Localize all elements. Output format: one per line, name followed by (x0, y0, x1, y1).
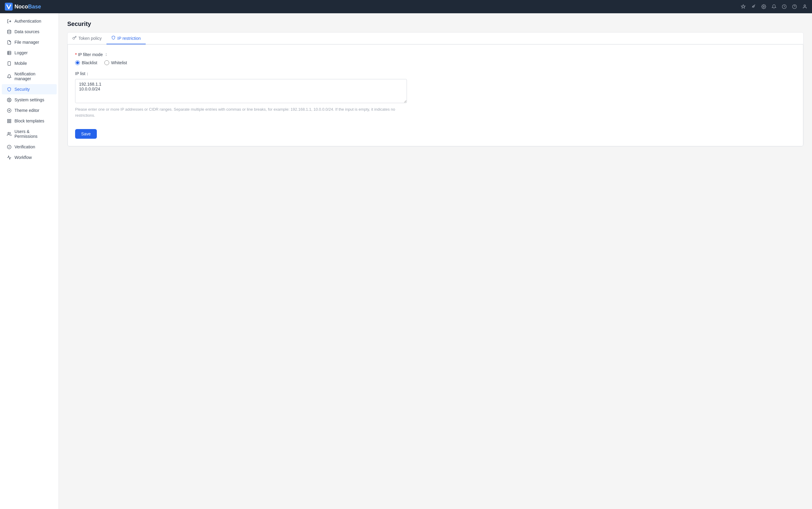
logo-icon (5, 3, 13, 10)
svg-rect-5 (7, 51, 10, 54)
page-title: Security (67, 21, 804, 28)
sidebar-item-block-templates[interactable]: Block templates (2, 116, 57, 126)
rocket-icon[interactable] (751, 4, 756, 9)
ip-list-hint: Please enter one or more IP addresses or… (75, 106, 407, 118)
sidebar-label-data-sources: Data sources (14, 29, 39, 34)
settings-icon[interactable] (761, 4, 766, 9)
tab-token-policy-label: Token policy (78, 36, 102, 41)
notification-icon (7, 74, 11, 79)
svg-point-4 (7, 30, 10, 31)
save-button[interactable]: Save (75, 129, 97, 139)
sidebar-label-logger: Logger (14, 50, 28, 55)
svg-rect-10 (7, 119, 8, 120)
sidebar-item-security[interactable]: Security (2, 84, 57, 94)
sidebar-label-theme-editor: Theme editor (14, 108, 39, 113)
content-area: Security Token policy IP restriction (59, 13, 812, 509)
sidebar-label-system-settings: System settings (14, 97, 44, 102)
help-icon[interactable] (792, 4, 797, 9)
whitelist-label: Whitelist (111, 60, 127, 65)
svg-rect-0 (5, 3, 13, 10)
filter-mode-radio-group: Blacklist Whitelist (75, 60, 796, 65)
data-sources-icon (7, 29, 11, 34)
file-manager-icon (7, 40, 11, 45)
whitelist-radio[interactable] (104, 60, 109, 65)
logo[interactable]: NocoBase (5, 3, 41, 10)
sidebar-label-block-templates: Block templates (14, 118, 44, 123)
sidebar-item-system-settings[interactable]: System settings (2, 95, 57, 105)
sidebar-label-workflow: Workflow (14, 155, 32, 160)
svg-rect-12 (7, 121, 8, 123)
block-templates-icon (7, 118, 11, 123)
clock-icon[interactable] (782, 4, 787, 9)
blacklist-label: Blacklist (82, 60, 97, 65)
sidebar-label-notification-manager: Notification manager (14, 71, 52, 81)
sidebar-item-data-sources[interactable]: Data sources (2, 27, 57, 37)
theme-editor-icon (7, 108, 11, 113)
tab-ip-restriction[interactable]: IP restriction (106, 33, 146, 44)
logo-text-base: Base (28, 4, 41, 10)
navbar: NocoBase (0, 0, 812, 13)
bell-icon[interactable] (772, 4, 776, 9)
svg-point-1 (763, 6, 764, 7)
verification-icon (7, 144, 11, 149)
sidebar-item-authentication[interactable]: Authentication (2, 16, 57, 26)
sidebar-label-file-manager: File manager (14, 40, 39, 45)
filter-mode-label: * IP filter mode ： (75, 52, 796, 57)
security-icon (7, 87, 11, 92)
user-icon[interactable] (802, 4, 807, 9)
ip-list-label: IP list： (75, 71, 796, 77)
sidebar-label-authentication: Authentication (14, 19, 41, 24)
sidebar-item-logger[interactable]: Logger (2, 48, 57, 58)
filter-mode-row: * IP filter mode ： Blacklist Whitelist (75, 52, 796, 65)
svg-rect-11 (9, 119, 10, 120)
logger-icon (7, 50, 11, 55)
sidebar-item-theme-editor[interactable]: Theme editor (2, 105, 57, 115)
sidebar-item-users-permissions[interactable]: Users & Permissions (2, 126, 57, 141)
whitelist-option[interactable]: Whitelist (104, 60, 127, 65)
svg-rect-13 (9, 121, 10, 123)
ip-restriction-card: * IP filter mode ： Blacklist Whitelist (68, 44, 803, 146)
mobile-icon (7, 61, 11, 66)
tabs: Token policy IP restriction (68, 33, 803, 44)
sidebar-item-verification[interactable]: Verification (2, 142, 57, 152)
sidebar-label-verification: Verification (14, 144, 35, 149)
navbar-icons (741, 4, 807, 9)
tab-token-policy[interactable]: Token policy (68, 33, 106, 44)
svg-point-14 (8, 132, 9, 134)
main-layout: Authentication Data sources File manager… (0, 13, 812, 509)
ip-restriction-tab-icon (111, 36, 115, 41)
filter-mode-text: IP filter mode (78, 52, 103, 57)
users-icon (7, 132, 11, 136)
sidebar-label-security: Security (14, 87, 30, 92)
sidebar-label-users-permissions: Users & Permissions (14, 129, 52, 139)
sidebar-item-file-manager[interactable]: File manager (2, 37, 57, 47)
system-settings-icon (7, 97, 11, 102)
sidebar-item-mobile[interactable]: Mobile (2, 58, 57, 68)
workflow-icon (7, 155, 11, 160)
ip-list-textarea[interactable]: 192.168.1.1 10.0.0.0/24 (75, 79, 407, 103)
token-policy-tab-icon (72, 36, 77, 41)
blacklist-option[interactable]: Blacklist (75, 60, 97, 65)
ip-list-row: IP list： 192.168.1.1 10.0.0.0/24 Please … (75, 71, 796, 118)
svg-point-8 (8, 99, 10, 100)
tab-ip-restriction-label: IP restriction (117, 36, 141, 41)
blacklist-radio[interactable] (75, 60, 80, 65)
sidebar-item-workflow[interactable]: Workflow (2, 152, 57, 163)
sidebar-label-mobile: Mobile (14, 61, 27, 66)
sidebar: Authentication Data sources File manager… (0, 13, 59, 509)
authentication-icon (7, 19, 11, 24)
pin-icon[interactable] (741, 4, 746, 9)
logo-text-noco: Noco (14, 4, 28, 10)
sidebar-item-notification-manager[interactable]: Notification manager (2, 69, 57, 84)
required-star: * (75, 52, 77, 57)
